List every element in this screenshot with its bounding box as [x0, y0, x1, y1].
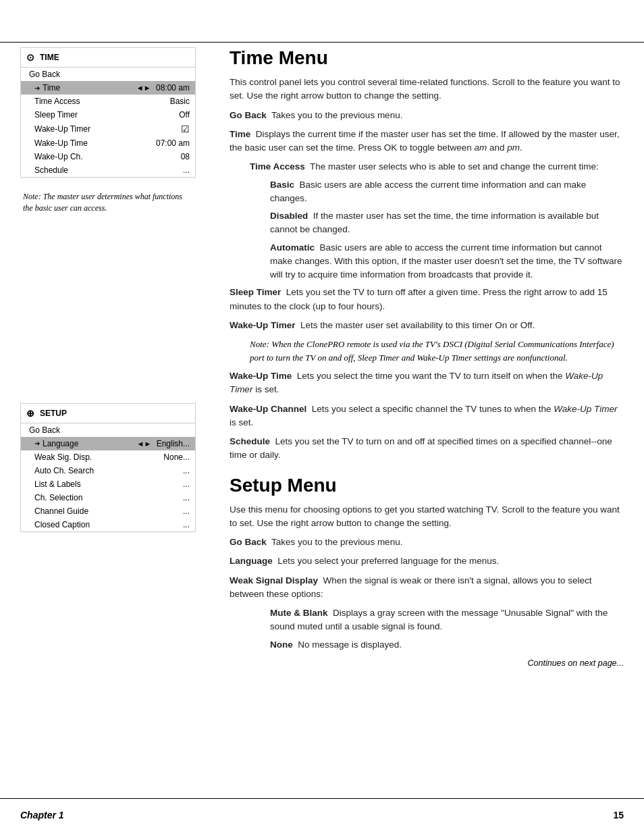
time-access-basic-term: Basic — [270, 180, 294, 190]
auto-ch-search-value: ... — [183, 466, 190, 475]
channel-guide-item[interactable]: Channel Guide ... — [21, 504, 195, 518]
list-labels-item[interactable]: List & Labels ... — [21, 477, 195, 491]
wake-up-time-term: Wake-Up Time — [230, 371, 292, 381]
setup-go-back-desc: Go Back Takes you to the previous menu. — [230, 536, 624, 549]
right-column: Time Menu This control panel lets you co… — [209, 47, 624, 668]
time-access-automatic-term: Automatic — [270, 242, 315, 253]
setup-language-term: Language — [230, 556, 273, 566]
channel-guide-label: Channel Guide — [34, 506, 176, 516]
time-time-item[interactable]: ➔ Time ◄► 08:00 am — [21, 81, 195, 95]
setup-menu-header: ⊕ SETUP — [21, 404, 195, 423]
setup-go-back-item[interactable]: Go Back — [21, 423, 195, 437]
weak-sig-value: None... — [163, 452, 190, 462]
time-menu-header: ⊙ TIME — [21, 48, 195, 68]
schedule-label: Schedule — [34, 165, 176, 175]
setup-weak-signal-term: Weak Signal Display — [230, 575, 318, 585]
wake-up-timer-desc: Wake-Up Timer Lets the master user set a… — [230, 319, 624, 332]
sleep-timer-label: Sleep Timer — [34, 110, 172, 120]
list-labels-label: List & Labels — [34, 479, 176, 489]
top-rule — [0, 42, 644, 43]
time-access-disabled-term: Disabled — [270, 211, 308, 221]
setup-language-label: Language — [43, 439, 130, 448]
setup-none-desc: None No message is displayed. — [270, 638, 624, 652]
time-go-back-item[interactable]: Go Back — [21, 68, 195, 81]
continues-text: Continues on next page... — [230, 658, 624, 668]
setup-selected-arrow-icon: ➔ — [34, 440, 40, 447]
selected-arrow-icon: ➔ — [34, 84, 40, 92]
wake-up-channel-desc: Wake-Up Channel Lets you select a specif… — [230, 402, 624, 430]
schedule-value: ... — [183, 165, 190, 175]
time-access-automatic-desc: Automatic Basic users are able to access… — [270, 241, 624, 282]
time-menu-note: Note: The master user determines what fu… — [20, 191, 196, 214]
time-section-title: Time Menu — [230, 47, 624, 69]
time-menu-box: ⊙ TIME Go Back ➔ Time ◄► 08:00 am Time A… — [20, 47, 196, 178]
ch-selection-item[interactable]: Ch. Selection ... — [21, 491, 195, 504]
time-access-term: Time Access — [250, 161, 305, 172]
time-access-item[interactable]: Time Access Basic — [21, 95, 195, 108]
sleep-timer-desc: Sleep Timer Lets you set the TV to turn … — [230, 286, 624, 313]
wake-up-timer-value: ☑ — [181, 124, 190, 134]
time-go-back-term: Go Back — [230, 110, 267, 120]
sleep-timer-term: Sleep Timer — [230, 287, 281, 297]
list-labels-value: ... — [183, 479, 190, 489]
weak-sig-item[interactable]: Weak Sig. Disp. None... — [21, 450, 195, 464]
bottom-rule — [0, 798, 644, 799]
auto-ch-search-item[interactable]: Auto Ch. Search ... — [21, 464, 195, 477]
ch-selection-value: ... — [183, 493, 190, 502]
auto-ch-search-label: Auto Ch. Search — [34, 466, 176, 475]
schedule-desc: Schedule Lets you set the TV to turn on … — [230, 435, 624, 463]
wake-up-time-value: 07:00 am — [156, 138, 190, 148]
channel-guide-value: ... — [183, 506, 190, 516]
time-access-value: Basic — [170, 97, 190, 106]
time-access-desc: Time Access The master user selects who … — [250, 160, 624, 174]
footer-chapter: Chapter 1 — [20, 810, 64, 820]
footer-page-number: 15 — [613, 810, 624, 820]
clonepro-note: Note: When the ClonePRO remote is used v… — [250, 338, 624, 364]
setup-mute-blank-desc: Mute & Blank Displays a gray screen with… — [270, 606, 624, 634]
setup-go-back-term: Go Back — [230, 537, 267, 547]
setup-icon: ⊕ — [26, 408, 34, 419]
closed-caption-item[interactable]: Closed Caption ... — [21, 518, 195, 531]
time-go-back-label: Go Back — [29, 70, 190, 79]
setup-language-item[interactable]: ➔ Language ◄► English... — [21, 437, 195, 450]
schedule-term: Schedule — [230, 436, 270, 446]
setup-weak-signal-desc: Weak Signal Display When the signal is w… — [230, 574, 624, 602]
setup-language-desc: Language Lets you select your preferred … — [230, 554, 624, 568]
sleep-timer-value: Off — [179, 110, 190, 120]
schedule-item[interactable]: Schedule ... — [21, 163, 195, 177]
closed-caption-value: ... — [183, 520, 190, 529]
setup-go-back-label: Go Back — [29, 425, 190, 435]
time-time-value: ◄► 08:00 am — [136, 83, 190, 93]
time-time-term: Time — [230, 129, 250, 139]
setup-section-title: Setup Menu — [230, 475, 624, 496]
time-intro: This control panel lets you control seve… — [230, 76, 624, 103]
ch-selection-label: Ch. Selection — [34, 493, 176, 502]
setup-language-value: ◄► English... — [137, 439, 190, 448]
wake-up-timer-item[interactable]: Wake-Up Timer ☑ — [21, 122, 195, 136]
wake-up-ch-value: 08 — [181, 152, 190, 161]
setup-none-term: None — [270, 640, 293, 650]
wake-up-channel-term: Wake-Up Channel — [230, 404, 306, 414]
weak-sig-label: Weak Sig. Disp. — [34, 452, 157, 462]
wake-up-time-desc: Wake-Up Time Lets you select the time yo… — [230, 369, 624, 397]
setup-left-right-arrows-icon: ◄► — [137, 440, 152, 448]
time-time-desc: Time Displays the current time if the ma… — [230, 128, 624, 155]
wake-up-timer-label: Wake-Up Timer — [34, 124, 174, 134]
setup-menu-header-label: SETUP — [40, 409, 67, 418]
wake-up-ch-label: Wake-Up Ch. — [34, 152, 174, 161]
sleep-timer-item[interactable]: Sleep Timer Off — [21, 108, 195, 122]
left-right-arrows-icon: ◄► — [136, 84, 151, 92]
closed-caption-label: Closed Caption — [34, 520, 176, 529]
wake-up-ch-item[interactable]: Wake-Up Ch. 08 — [21, 150, 195, 163]
wake-up-time-item[interactable]: Wake-Up Time 07:00 am — [21, 136, 195, 150]
time-icon: ⊙ — [26, 52, 34, 63]
setup-menu-box: ⊕ SETUP Go Back ➔ Language ◄► English...… — [20, 403, 196, 532]
setup-mute-blank-term: Mute & Blank — [270, 608, 328, 618]
wake-up-time-label: Wake-Up Time — [34, 138, 149, 148]
time-access-basic-desc: Basic Basic users are able access the cu… — [270, 178, 624, 206]
time-go-back-desc: Go Back Takes you to the previous menu. — [230, 109, 624, 122]
time-access-disabled-desc: Disabled If the master user has set the … — [270, 209, 624, 237]
time-access-label: Time Access — [34, 97, 163, 106]
time-menu-header-label: TIME — [40, 53, 59, 62]
page-footer: Chapter 1 15 — [20, 810, 624, 820]
